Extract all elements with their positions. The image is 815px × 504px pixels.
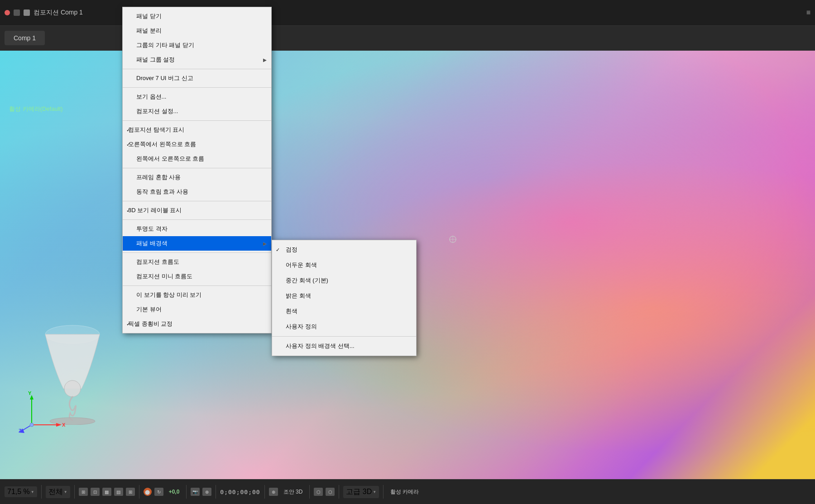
menu-item-panel-bg-color[interactable]: 패널 배경색▶ [123, 236, 271, 251]
menu-label-transparency-grid: 투명도 격자 [136, 225, 168, 233]
menu-label-3d-labels: 3D 보기 레이블 표시 [128, 206, 182, 214]
divider-4 [186, 485, 187, 499]
submenu-item-medium-gray[interactable]: 중간 회색 (기본) [272, 273, 416, 288]
crosshair-cursor [448, 235, 457, 244]
menu-item-separate-panel[interactable]: 패널 분리 [123, 24, 271, 38]
view-chevron: ▼ [64, 490, 67, 494]
submenu-background-color: ✓검정어두운 회색중간 회색 (기본)밝은 회색흰색사용자 정의사용자 정의 배… [272, 240, 417, 356]
menu-item-panel-group-settings[interactable]: 패널 그룹 설정▶ [123, 52, 271, 67]
menu-item-comp-settings[interactable]: 컴포지션 설정... [123, 104, 271, 119]
submenu-label-user-defined-bg: 사용자 정의 배경색 선택... [286, 342, 355, 350]
comp-tab[interactable]: Comp 1 [5, 31, 45, 45]
render-mode-value: 고급 3D [346, 487, 372, 497]
compass-icon[interactable]: ⊕ [269, 488, 278, 496]
menu-item-close-panel[interactable]: 패널 닫기 [123, 9, 271, 24]
submenu-label-dark-gray: 어두운 회색 [286, 261, 317, 269]
zoom-control[interactable]: 71,5 % ▼ [5, 486, 37, 497]
snap-icon[interactable]: ⊞ [126, 488, 135, 496]
menu-item-always-preview[interactable]: 이 보기를 항상 미리 보기 [123, 288, 271, 302]
axis-svg: Y Z X [18, 389, 72, 434]
safe-zone-icon[interactable]: ⊡ [91, 488, 100, 496]
flow-icon[interactable]: ↻ [154, 488, 163, 496]
menu-item-pixel-aspect[interactable]: ✓픽셀 종횡비 교정 [123, 317, 271, 331]
camera-icon[interactable]: 📷 [191, 488, 200, 496]
menu-item-comp-flowchart[interactable]: 컴포지션 흐름도 [123, 255, 271, 269]
divider-6 [264, 485, 265, 499]
menu-label-panel-bg-color: 패널 배경색 [136, 239, 168, 247]
rulers-icon[interactable]: ▦ [102, 488, 111, 496]
render-icon-1[interactable]: ⬡ [314, 488, 323, 496]
guides-icon[interactable]: ▤ [114, 488, 123, 496]
submenu-label-light-gray: 밝은 회색 [286, 292, 311, 300]
submenu-label-black: 검정 [286, 246, 297, 254]
menu-separator [123, 120, 271, 121]
menu-icon[interactable]: ≡ [806, 9, 810, 17]
axis-indicator: Y Z X [18, 389, 72, 434]
svg-marker-10 [56, 423, 62, 427]
check-mark-show-comp-navigator: ✓ [126, 127, 130, 133]
menu-item-flow-right-to-left[interactable]: ✓오른쪽에서 왼쪽으로 흐름 [123, 137, 271, 152]
divider-2 [74, 485, 75, 499]
bottom-toolbar: 71,5 % ▼ 전체 ▼ ⊞ ⊡ ▦ ▤ ⊞ ⬤ ↻ +0,0 📷 ⊕ 0;0… [0, 479, 815, 504]
menu-item-comp-mini-flowchart[interactable]: 컴포지션 미니 흐름도 [123, 269, 271, 284]
check-mark-pixel-aspect: ✓ [126, 321, 130, 327]
menu-label-pixel-aspect: 픽셀 종횡비 교정 [128, 320, 173, 328]
context-menu: 패널 닫기패널 분리그룹의 기타 패널 닫기패널 그룹 설정▶Drover 7 … [122, 7, 272, 333]
divider-7 [309, 485, 310, 499]
menu-label-comp-flowchart: 컴포지션 흐름도 [136, 258, 179, 266]
menu-label-show-comp-navigator: 컴포지션 탐색기 표시 [128, 126, 184, 134]
menu-item-frame-blend[interactable]: 프레임 혼합 사용 [123, 170, 271, 185]
divider-9 [383, 485, 384, 499]
plus-value: +0,0 [166, 487, 182, 497]
check-mark-flow-right-to-left: ✓ [126, 142, 130, 147]
overlay-3d-label: 조안 3D [281, 486, 306, 498]
zoom-value: 71,5 % [7, 488, 30, 496]
menu-separator [123, 201, 271, 201]
svg-text:Z: Z [19, 428, 22, 433]
menu-label-default-viewer: 기본 뷰어 [136, 305, 162, 314]
menu-label-flow-right-to-left: 오른쪽에서 왼쪽으로 흐름 [128, 140, 196, 148]
close-button-icon[interactable] [5, 10, 10, 15]
menu-item-view-options[interactable]: 보기 옵션... [123, 90, 271, 104]
menu-item-3d-labels[interactable]: ✓3D 보기 레이블 표시 [123, 203, 271, 218]
view-value: 전체 [48, 487, 63, 497]
svg-text:Y: Y [28, 390, 32, 396]
submenu-arrow-panel-group-settings: ▶ [263, 57, 267, 62]
menu-item-motion-blur[interactable]: 동작 흐림 효과 사용 [123, 185, 271, 199]
grid-icon[interactable]: ⊞ [79, 488, 88, 496]
menu-item-report-bug[interactable]: Drover 7 UI 버그 신고 [123, 71, 271, 86]
menu-label-panel-group-settings: 패널 그룹 설정 [136, 56, 175, 64]
active-camera-label: 활성 카메라 [388, 486, 422, 498]
menu-label-separate-panel: 패널 분리 [136, 27, 162, 35]
submenu-label-white: 흰색 [286, 307, 297, 315]
divider-8 [339, 485, 339, 499]
menu-separator [123, 219, 271, 220]
menu-separator [123, 69, 271, 69]
divider-1 [41, 485, 42, 499]
view-control[interactable]: 전체 ▼ [46, 486, 70, 498]
menu-label-report-bug: Drover 7 UI 버그 신고 [136, 74, 193, 82]
submenu-item-light-gray[interactable]: 밝은 회색 [272, 288, 416, 304]
submenu-item-user-defined-bg[interactable]: 사용자 정의 배경색 선택... [272, 338, 416, 354]
menu-item-close-group-panels[interactable]: 그룹의 기타 패널 닫기 [123, 38, 271, 52]
check-mark-3d-labels: ✓ [126, 208, 130, 214]
menu-item-transparency-grid[interactable]: 투명도 격자 [123, 222, 271, 236]
submenu-item-dark-gray[interactable]: 어두운 회색 [272, 257, 416, 273]
menu-item-show-comp-navigator[interactable]: ✓컴포지션 탐색기 표시 [123, 123, 271, 137]
submenu-arrow-panel-bg-color: ▶ [263, 241, 267, 246]
menu-label-comp-settings: 컴포지션 설정... [136, 107, 178, 115]
minimize-button-icon[interactable] [14, 10, 20, 16]
submenu-item-black[interactable]: ✓검정 [272, 242, 416, 257]
divider-3 [139, 485, 139, 499]
link-icon[interactable]: ⊕ [202, 488, 211, 496]
render-chevron: ▼ [373, 490, 376, 494]
svg-text:X: X [62, 422, 66, 428]
menu-item-flow-left-to-right[interactable]: 왼쪽에서 오른쪽으로 흐름 [123, 152, 271, 166]
color-icon[interactable]: ⬤ [144, 488, 152, 496]
submenu-item-user-defined[interactable]: 사용자 정의 [272, 319, 416, 334]
menu-item-default-viewer[interactable]: 기본 뷰어 [123, 302, 271, 317]
render-icon-2[interactable]: ⬡ [326, 488, 335, 496]
submenu-item-white[interactable]: 흰색 [272, 304, 416, 319]
menu-label-close-group-panels: 그룹의 기타 패널 닫기 [136, 41, 194, 49]
render-mode-control[interactable]: 고급 3D ▼ [343, 486, 379, 498]
